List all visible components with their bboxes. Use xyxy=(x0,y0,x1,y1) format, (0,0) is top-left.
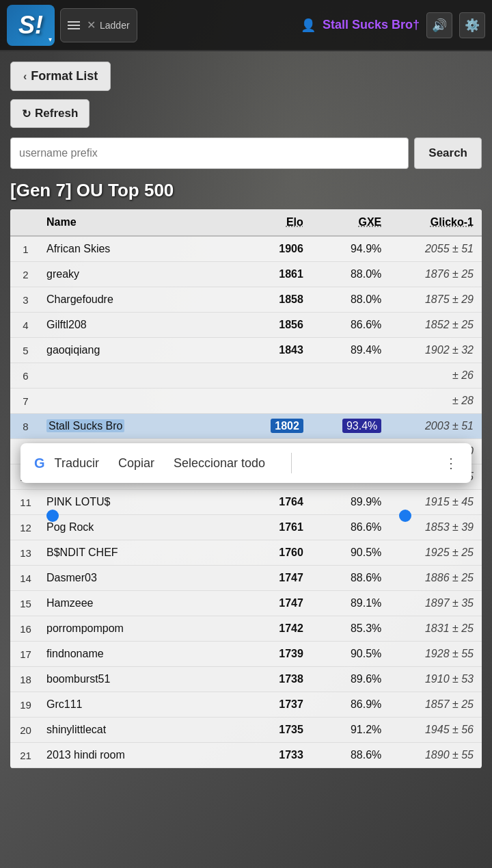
table-row[interactable]: 7± 28 xyxy=(10,389,482,414)
user-profile-icon: 👤 xyxy=(301,18,316,33)
gxe-cell: 91.2% xyxy=(312,718,390,743)
glicko-cell: 1886 ± 25 xyxy=(390,566,482,591)
name-cell xyxy=(41,389,243,414)
table-row[interactable]: 3Chargefoudre185888.0%1875 ± 29 xyxy=(10,287,482,313)
name-cell: gaoqiqiang xyxy=(41,338,243,363)
gxe-cell: 86.6% xyxy=(312,313,390,338)
settings-button[interactable]: ⚙️ xyxy=(459,12,485,38)
format-list-button[interactable]: ‹ Format List xyxy=(10,62,111,91)
table-row[interactable]: 14Dasmer03174788.6%1886 ± 25 xyxy=(10,566,482,591)
search-button[interactable]: Search xyxy=(414,137,482,169)
username-display[interactable]: Stall Sucks Bro† xyxy=(323,18,420,32)
table-row[interactable]: 212013 hindi room173388.6%1890 ± 55 xyxy=(10,743,482,768)
name-cell: porrompompom xyxy=(41,616,243,642)
elo-cell: 1733 xyxy=(243,743,312,768)
elo-cell xyxy=(243,389,312,414)
rank-cell: 18 xyxy=(10,667,41,692)
elo-cell: 1742 xyxy=(243,616,312,642)
name-cell: Grc111 xyxy=(41,692,243,718)
table-row[interactable]: 16porrompompom174285.3%1831 ± 25 xyxy=(10,616,482,642)
name-header[interactable]: Name xyxy=(41,209,243,236)
context-more-button[interactable]: ⋮ xyxy=(444,455,458,471)
gxe-cell xyxy=(312,363,390,389)
rank-cell: 1 xyxy=(10,236,41,262)
table-row[interactable]: 20shinylittlecat173591.2%1945 ± 56 xyxy=(10,718,482,743)
rank-cell: 19 xyxy=(10,692,41,718)
table-row[interactable]: 1African Skies190694.9%2055 ± 51 xyxy=(10,236,482,262)
elo-cell: 1861 xyxy=(243,262,312,287)
context-select-all[interactable]: Seleccionar todo xyxy=(174,456,265,471)
context-menu-overlay: G Traducir Copiar Seleccionar todo ⋮ xyxy=(20,443,492,483)
close-icon: ✕ xyxy=(87,18,96,31)
rank-cell: 8 xyxy=(10,414,41,439)
name-cell: greaky xyxy=(41,262,243,287)
name-cell xyxy=(41,363,243,389)
elo-cell xyxy=(243,363,312,389)
elo-cell: 1858 xyxy=(243,287,312,313)
context-copy[interactable]: Copiar xyxy=(118,456,154,471)
name-cell: Pog Rock xyxy=(41,515,243,540)
search-label: Search xyxy=(428,146,467,159)
glicko-header[interactable]: Glicko-1 xyxy=(390,209,482,236)
table-row[interactable]: 15Hamzeee174789.1%1897 ± 35 xyxy=(10,591,482,616)
rank-cell: 14 xyxy=(10,566,41,591)
table-row[interactable]: 18boomburst51173889.6%1910 ± 53 xyxy=(10,667,482,692)
rank-cell: 17 xyxy=(10,642,41,667)
glicko-cell: ± 26 xyxy=(390,363,482,389)
context-menu: G Traducir Copiar Seleccionar todo ⋮ xyxy=(20,443,472,483)
refresh-button[interactable]: ↻ Refresh xyxy=(10,99,90,128)
table-row[interactable]: 17findnoname173990.5%1928 ± 55 xyxy=(10,642,482,667)
table-row[interactable]: 19Grc111173786.9%1857 ± 25 xyxy=(10,692,482,718)
hamburger-icon xyxy=(68,21,80,29)
glicko-cell: 2055 ± 51 xyxy=(390,236,482,262)
glicko-cell: ± 28 xyxy=(390,389,482,414)
gxe-cell: 89.4% xyxy=(312,338,390,363)
elo-cell: 1747 xyxy=(243,566,312,591)
gxe-cell: 89.1% xyxy=(312,591,390,616)
main-content: ‹ Format List ↻ Refresh Search [Gen 7] O… xyxy=(0,51,492,778)
context-translate[interactable]: Traducir xyxy=(55,456,99,471)
table-row[interactable]: 5gaoqiqiang184389.4%1902 ± 32 xyxy=(10,338,482,363)
logo-letter: S! xyxy=(18,11,43,40)
gxe-cell: 90.5% xyxy=(312,540,390,566)
elo-cell: 1761 xyxy=(243,515,312,540)
elo-cell: 1764 xyxy=(243,490,312,515)
table-row[interactable]: 11PINK LOTU$176489.9%1915 ± 45 xyxy=(10,490,482,515)
table-row[interactable]: 8Stall Sucks Bro180293.4%2003 ± 51 xyxy=(10,414,482,439)
audio-button[interactable]: 🔊 xyxy=(426,12,452,38)
rank-cell: 13 xyxy=(10,540,41,566)
glicko-cell: 1945 ± 56 xyxy=(390,718,482,743)
table-row[interactable]: 12Pog Rock176186.6%1853 ± 39 xyxy=(10,515,482,540)
ladder-table: Name Elo GXE Glicko-1 1African Skies1906… xyxy=(10,209,482,768)
elo-cell: 1856 xyxy=(243,313,312,338)
elo-cell: 1760 xyxy=(243,540,312,566)
logo[interactable]: S! ▾ xyxy=(7,5,55,46)
name-cell: Chargefoudre xyxy=(41,287,243,313)
rank-cell: 16 xyxy=(10,616,41,642)
glicko-cell: 2003 ± 51 xyxy=(390,414,482,439)
name-cell: Stall Sucks Bro xyxy=(41,414,243,439)
glicko-cell: 1910 ± 53 xyxy=(390,667,482,692)
selection-handle-left xyxy=(46,510,59,522)
name-cell: Dasmer03 xyxy=(41,566,243,591)
ladder-nav-button[interactable]: ✕ Ladder xyxy=(60,8,137,42)
gxe-cell: 89.6% xyxy=(312,667,390,692)
glicko-cell: 1857 ± 25 xyxy=(390,692,482,718)
table-row[interactable]: 4Gilftl208185686.6%1852 ± 25 xyxy=(10,313,482,338)
gxe-cell: 94.9% xyxy=(312,236,390,262)
elo-header[interactable]: Elo xyxy=(243,209,312,236)
gxe-cell: 90.5% xyxy=(312,642,390,667)
refresh-label: Refresh xyxy=(35,107,78,120)
table-row[interactable]: 2greaky186188.0%1876 ± 25 xyxy=(10,262,482,287)
elo-cell: 1843 xyxy=(243,338,312,363)
username-prefix-input[interactable] xyxy=(10,137,409,169)
gxe-header[interactable]: GXE xyxy=(312,209,390,236)
table-row[interactable]: 13B$NDIT CHEF176090.5%1925 ± 25 xyxy=(10,540,482,566)
elo-cell: 1747 xyxy=(243,591,312,616)
rank-cell: 11 xyxy=(10,490,41,515)
rank-cell: 7 xyxy=(10,389,41,414)
elo-cell: 1737 xyxy=(243,692,312,718)
elo-cell: 1739 xyxy=(243,642,312,667)
glicko-cell: 1928 ± 55 xyxy=(390,642,482,667)
table-row[interactable]: 6± 26 xyxy=(10,363,482,389)
